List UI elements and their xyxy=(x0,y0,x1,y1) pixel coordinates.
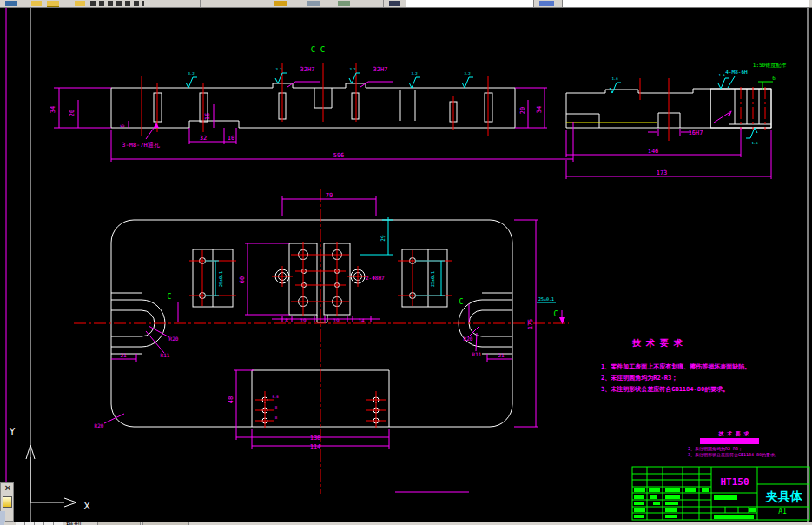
part-name: 夹具体 xyxy=(765,489,802,503)
dimension-label: 3-M8-7H通孔 xyxy=(122,141,161,149)
unhatched-zone xyxy=(400,90,415,121)
tech-req-small-item: 3、未注明形状公差应符合GB1184-80的要求。 xyxy=(688,452,779,458)
dimension-label: 48 xyxy=(228,396,234,403)
dimension-label: 4-M8-6H xyxy=(725,69,748,75)
panel-corner xyxy=(0,522,4,525)
dimension-label: 25±0.1 xyxy=(218,271,223,287)
dimension-label: 21 xyxy=(120,352,127,358)
dimension-label: 60 xyxy=(239,276,246,283)
dimension-label: R20 xyxy=(169,336,179,342)
tech-req-item: 1、零件加工表面上不应有划痕、擦伤等损坏表面缺陷。 xyxy=(601,362,750,370)
plan-view xyxy=(111,220,512,427)
table-grid-icon[interactable] xyxy=(539,1,554,6)
dimension-label: 32 xyxy=(200,135,207,142)
dimension-label: 1.6 xyxy=(751,141,758,145)
dimension-label: R20 xyxy=(95,422,104,429)
ucs-y-label: Y xyxy=(10,426,16,437)
dimension-label: 34 xyxy=(50,106,56,113)
dimension-label: 3.2 xyxy=(349,67,356,71)
dimension-label: R20 xyxy=(464,336,473,342)
selected-text-highlight xyxy=(700,438,759,444)
dimension-label: 16 xyxy=(204,113,211,120)
dimension-label: 8 xyxy=(285,317,288,323)
dimension-label: 29 xyxy=(380,235,386,242)
dimension-label: R11 xyxy=(472,351,482,357)
close-icon[interactable]: ✕ xyxy=(3,483,13,494)
ucs-icon: Y X xyxy=(10,426,90,512)
dimension-label: 25±0.1 xyxy=(538,296,554,302)
tab-model[interactable]: 模型 xyxy=(66,522,82,525)
surface-finish-marks xyxy=(186,73,757,302)
dimension-label: 34 xyxy=(536,106,543,113)
centerlines xyxy=(74,63,765,494)
toolbar-separator xyxy=(200,0,201,7)
dimension-label: 2-Φ8H7 xyxy=(366,275,385,281)
dimension-label: 6.6 xyxy=(272,395,279,399)
dimension-label: 19 xyxy=(300,317,307,323)
ucs-x-label: X xyxy=(84,501,90,512)
dimension-label: 3.2 xyxy=(275,67,282,71)
tech-req-title: 技 术 要 求 xyxy=(631,338,683,348)
sheet-size: A1 xyxy=(778,508,787,515)
open-folder-icon[interactable] xyxy=(47,1,59,7)
toolbar-icon-fragment[interactable] xyxy=(274,1,287,6)
dimension-label: 8 xyxy=(275,415,278,420)
cad-application-window: { "colors":{ "background":"#000000","out… xyxy=(0,0,812,525)
title-block-text-bars xyxy=(634,488,756,519)
dimension-label: R11 xyxy=(161,352,170,358)
dimension-label: 20 xyxy=(519,107,526,114)
status-cells xyxy=(16,522,63,525)
dimension-label: 19 xyxy=(333,317,340,323)
dimension-label: 3.2 xyxy=(464,71,471,76)
tab-layout2[interactable] xyxy=(142,522,189,525)
toolbar-sliver xyxy=(0,0,812,8)
dimension-label: 8 xyxy=(275,405,278,409)
dimension-label: 79 xyxy=(326,192,333,199)
tech-req-item: 3、未注明形状公差应符合GB1184-80的要求。 xyxy=(601,385,729,393)
tab-model-label: 模型 xyxy=(66,522,82,525)
dimension-label: C xyxy=(459,298,464,306)
dimension-label: 3.2 xyxy=(411,71,418,76)
dimension-label: 173 xyxy=(657,169,668,176)
dimension-label: 32H7 xyxy=(373,66,388,73)
dimension-label: 14 xyxy=(358,317,365,323)
toolbar-icon-fragment[interactable] xyxy=(31,1,42,6)
dimension-label: 1.6 xyxy=(611,76,618,81)
toolbar-text-fragment xyxy=(90,1,144,6)
dimension-label: 32H7 xyxy=(300,66,315,73)
toolbar-icon-fragment[interactable] xyxy=(5,1,17,6)
sheet-border xyxy=(6,7,808,522)
dimension-label: 10 xyxy=(228,135,234,142)
dimension-label: 130 xyxy=(310,435,321,442)
statusbar-sliver: 模型 xyxy=(0,522,812,525)
dimension-label: 175 xyxy=(527,319,534,330)
dimension-label: 1:50锥度配作 xyxy=(753,62,786,69)
drawing-canvas[interactable]: HT150 夹具体 A1 Y X C-C 技 术 要 求 1、零件加工表面上不应… xyxy=(0,0,812,525)
dimension-label: C xyxy=(554,310,558,318)
dimension-label: 20 xyxy=(69,110,76,116)
toolbar-combobox[interactable] xyxy=(562,0,809,7)
dimension-label: 1.6 xyxy=(718,73,725,77)
layer-color-icon[interactable] xyxy=(3,496,12,508)
dimension-label: 596 xyxy=(333,152,345,159)
tech-requirements: 技 术 要 求 1、零件加工表面上不应有划痕、擦伤等损坏表面缺陷。 2、未注明圆… xyxy=(601,338,750,393)
dimension-label: 146 xyxy=(648,148,659,155)
toolbar-icon-fragment[interactable] xyxy=(389,1,400,6)
dimension-label: 6 xyxy=(119,124,125,128)
toolbar-icon-fragment[interactable] xyxy=(307,1,320,6)
toolbar-icon-fragment[interactable] xyxy=(338,1,350,6)
tech-req-small-item: 2、未注明圆角均为R2-R3； xyxy=(688,446,743,452)
dimension-label: 25±0.1 xyxy=(430,271,435,287)
dimension-label: C xyxy=(168,293,172,301)
dimension-label: 16H7 xyxy=(689,130,703,136)
toolbar-icon-fragment[interactable] xyxy=(75,1,85,6)
dimension-label: 6 xyxy=(772,75,776,81)
tech-req-item: 2、未注明圆角均为R2-R3； xyxy=(601,374,677,382)
section-label: C-C xyxy=(311,45,325,54)
toolbar-combobox[interactable] xyxy=(406,0,534,7)
dimension-label: 114 xyxy=(310,443,321,450)
tab-layout1[interactable] xyxy=(97,522,141,525)
section-view xyxy=(111,83,515,128)
tech-req-small-title: 技 术 要 求 xyxy=(718,430,749,437)
dimension-label: 21 xyxy=(498,352,505,358)
